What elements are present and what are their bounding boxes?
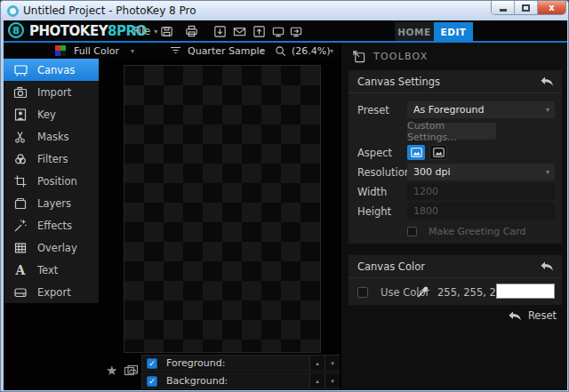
tab-edit[interactable]: EDIT	[434, 22, 473, 41]
foreground-checkbox[interactable]: ✓	[147, 358, 157, 369]
height-label: Height	[357, 205, 391, 218]
export-image-button[interactable]	[251, 24, 267, 38]
dual-monitor-button[interactable]	[288, 24, 304, 38]
layer-up-button[interactable]: ▴	[309, 356, 325, 371]
greeting-card-checkbox[interactable]	[407, 227, 417, 236]
height-row: Height 1800	[349, 203, 562, 220]
sidebar-item-effects[interactable]: Effects	[4, 214, 99, 236]
reset-control[interactable]: Reset	[509, 309, 557, 322]
print-button[interactable]	[183, 24, 199, 38]
sidebar-item-key[interactable]: Key	[4, 103, 99, 125]
close-button[interactable]: x	[538, 1, 565, 14]
canvas-settings-section: Canvas Settings Preset As Foreground ▾ C…	[349, 70, 562, 244]
height-value: 1800	[407, 205, 438, 217]
sidebar-item-label: Text	[37, 264, 58, 276]
minimize-button[interactable]	[492, 1, 515, 14]
logo-badge: 8	[8, 22, 24, 38]
resolution-label: Resolution	[357, 166, 411, 179]
eyedropper-icon[interactable]	[416, 284, 430, 302]
color-mode-control[interactable]: Full Color	[55, 43, 119, 59]
window-controls: x	[491, 1, 566, 15]
import-image-button[interactable]	[212, 24, 228, 38]
view-toolbar: Full Color ▾ Quarter Sample ▾ (26.4%) ▾	[4, 43, 340, 59]
sample-mode-control[interactable]: Quarter Sample	[170, 43, 265, 59]
file-menu[interactable]: File ▾	[133, 25, 157, 37]
grid-icon	[4, 241, 37, 255]
undo-icon[interactable]	[541, 76, 553, 86]
email-button[interactable]	[231, 24, 247, 38]
scissors-icon	[4, 130, 37, 144]
zoom-level-label: (26.4%)	[292, 45, 331, 57]
layers-icon	[4, 196, 37, 211]
chevron-down-icon: ▾	[260, 47, 264, 55]
height-field[interactable]: 1800	[407, 203, 555, 220]
monitor-add-icon	[289, 25, 303, 38]
sidebar-item-label: Canvas	[37, 64, 75, 76]
sidebar-item-import[interactable]: Import	[4, 81, 99, 103]
sidebar-item-filters[interactable]: Filters	[4, 148, 99, 170]
title-bar: Untitled Project - PhotoKey 8 Pro x	[1, 1, 569, 20]
window-title: Untitled Project - PhotoKey 8 Pro	[23, 4, 196, 17]
sidebar-item-position[interactable]: Position	[4, 170, 99, 192]
aspect-portrait-button[interactable]	[407, 145, 425, 160]
canvas-viewport[interactable]: ★ ✓ Foreground: ▴ ▾ ✓ Background: ▴ ▾	[99, 59, 341, 390]
use-color-checkbox[interactable]	[357, 287, 368, 298]
star-icon[interactable]: ★	[106, 363, 117, 379]
sidebar-item-export[interactable]: Export	[4, 281, 99, 303]
layer-down-button[interactable]: ▾	[325, 373, 340, 388]
popout-icon[interactable]	[352, 50, 365, 63]
sidebar-item-label: Filters	[37, 153, 68, 165]
maximize-icon	[522, 4, 530, 12]
resolution-dropdown[interactable]: 300 dpi ▾	[407, 164, 555, 180]
logo-part1: PHOTOKEY	[29, 23, 108, 39]
tab-home[interactable]: HOME	[395, 22, 434, 41]
sidebar-item-layers[interactable]: Layers	[4, 192, 99, 214]
file-menu-label: File	[133, 25, 150, 37]
zoom-arrow[interactable]: ▾	[330, 43, 333, 59]
width-row: Width 1200	[349, 183, 562, 200]
canvas-settings-title: Canvas Settings	[357, 76, 440, 88]
layer-up-button[interactable]: ▴	[309, 373, 325, 388]
printer-icon	[185, 25, 198, 38]
layer-down-button[interactable]: ▾	[325, 356, 340, 371]
sidebar-item-label: Effects	[37, 220, 72, 232]
maximize-button[interactable]	[515, 1, 538, 14]
sidebar-item-masks[interactable]: Masks	[4, 125, 99, 148]
aspect-landscape-button[interactable]	[429, 145, 447, 160]
layers-bar: ★ ✓ Foreground: ▴ ▾ ✓ Background: ▴ ▾	[99, 354, 341, 390]
sample-mode-arrow[interactable]: ▾	[260, 43, 264, 59]
monitor-button[interactable]	[270, 24, 286, 38]
monitor-icon	[271, 25, 285, 38]
preset-dropdown[interactable]: As Foreground ▾	[407, 101, 555, 118]
drive-icon	[4, 285, 37, 300]
portrait-icon	[4, 108, 37, 122]
email-icon	[233, 25, 246, 38]
background-checkbox[interactable]: ✓	[147, 376, 157, 387]
custom-settings-button[interactable]: Custom Settings...	[407, 123, 496, 140]
save-button[interactable]	[158, 24, 174, 38]
layer-row-background[interactable]: ✓ Background: ▴ ▾	[141, 372, 341, 389]
filter-icon	[170, 45, 181, 56]
undo-icon[interactable]	[541, 261, 553, 271]
app-logo: PHOTOKEY8PRO	[29, 23, 147, 39]
app-icon	[7, 5, 19, 17]
layer-row-foreground[interactable]: ✓ Foreground: ▴ ▾	[141, 355, 341, 372]
main-toolbar: 8 PHOTOKEY8PRO File ▾	[4, 20, 567, 41]
sidebar-item-text[interactable]: A Text	[4, 259, 99, 281]
close-icon: x	[549, 3, 554, 12]
reset-label: Reset	[528, 309, 557, 322]
canvas-color-title: Canvas Color	[357, 260, 425, 273]
zoom-control[interactable]: (26.4%)	[275, 43, 331, 59]
sidebar-item-overlay[interactable]: Overlay	[4, 236, 99, 259]
width-field[interactable]: 1200	[407, 183, 555, 200]
resolution-value: 300 dpi	[407, 166, 546, 178]
color-swatch[interactable]	[496, 284, 555, 299]
photos-icon[interactable]	[124, 364, 139, 381]
sidebar-item-canvas[interactable]: Canvas	[4, 59, 99, 81]
preset-label: Preset	[357, 104, 389, 116]
resolution-row: Resolution 300 dpi ▾	[349, 164, 562, 180]
color-mode-arrow[interactable]: ▾	[131, 43, 134, 59]
canvas-checkerboard[interactable]	[124, 66, 320, 352]
aspect-label: Aspect	[357, 147, 392, 159]
import-arrow-icon	[213, 25, 227, 38]
